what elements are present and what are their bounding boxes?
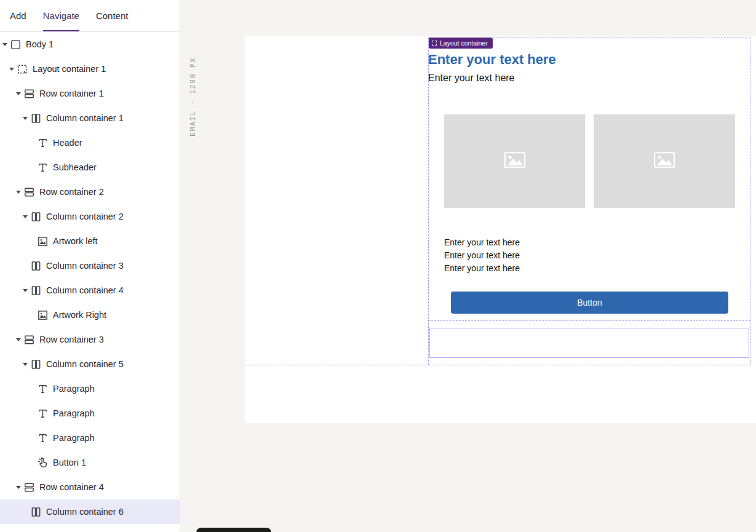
tree-item-row-container-3[interactable]: Row container 3 [0, 327, 180, 352]
tree-item-row-container-1[interactable]: Row container 1 [0, 81, 180, 106]
tree-item-artwork-left[interactable]: Artwork left [0, 229, 180, 253]
caret-down-icon[interactable] [20, 212, 30, 221]
caret-placeholder [20, 507, 30, 517]
tab-content[interactable]: Content [96, 0, 129, 31]
tree-item-column-container-2[interactable]: Column container 2 [0, 204, 180, 229]
row-icon [23, 88, 35, 100]
tree-item-paragraph[interactable]: Paragraph [0, 401, 180, 426]
tab-navigate[interactable]: Navigate [43, 0, 79, 31]
tree-item-label: Column container 6 [46, 507, 124, 517]
tree-item-column-container-5[interactable]: Column container 5 [0, 352, 180, 376]
tree-item-row-container-4[interactable]: Row container 4 [0, 475, 180, 499]
text-icon [37, 408, 49, 419]
column-icon [30, 211, 42, 223]
tree-item-label: Row container 2 [39, 187, 104, 197]
tree-item-label: Row container 4 [39, 482, 104, 492]
caret-down-icon[interactable] [7, 64, 17, 74]
text-icon [37, 162, 49, 173]
tree-item-label: Paragraph [53, 433, 95, 443]
caret-down-icon[interactable] [14, 335, 23, 344]
caret-down-icon[interactable] [20, 359, 30, 369]
tree-item-label: Column container 2 [46, 212, 124, 221]
tree-item-label: Column container 1 [46, 113, 124, 123]
image-placeholder-right[interactable] [594, 114, 735, 208]
tree-item-body-1[interactable]: Body 1 [0, 32, 180, 57]
row-icon [23, 186, 35, 198]
tree-item-label: Subheader [53, 162, 97, 172]
caret-placeholder [27, 162, 37, 172]
row-icon [23, 482, 35, 493]
caret-placeholder [27, 138, 37, 148]
tab-add[interactable]: Add [10, 0, 26, 31]
layers-tree: Body 1Layout container 1Row container 1C… [0, 32, 180, 524]
editor-canvas: EMAIL · 1280 PX Layout container Enter y… [180, 0, 756, 532]
tree-item-paragraph[interactable]: Paragraph [0, 376, 180, 401]
caret-placeholder [27, 433, 37, 443]
caret-down-icon[interactable] [14, 89, 23, 98]
email-button[interactable]: Button [451, 292, 728, 314]
tree-item-label: Column container 4 [46, 285, 124, 295]
image-placeholder-left[interactable] [444, 114, 585, 208]
tree-item-column-container-1[interactable]: Column container 1 [0, 106, 180, 130]
text-icon [37, 383, 49, 395]
tree-item-column-container-6[interactable]: Column container 6 [0, 499, 180, 524]
tree-item-button-1[interactable]: Button 1 [0, 450, 180, 475]
caret-down-icon[interactable] [14, 482, 23, 492]
tree-item-layout-container-1[interactable]: Layout container 1 [0, 57, 180, 81]
button-icon [37, 457, 49, 469]
tree-item-paragraph[interactable]: Paragraph [0, 426, 180, 450]
caret-down-icon[interactable] [14, 187, 23, 197]
row-container-dashed-border [428, 320, 750, 321]
tree-item-label: Paragraph [53, 384, 95, 394]
tree-item-label: Row container 3 [39, 335, 104, 344]
tree-item-column-container-4[interactable]: Column container 4 [0, 278, 180, 303]
dark-toast-partial [196, 528, 271, 532]
tree-item-column-container-3[interactable]: Column container 3 [0, 253, 180, 278]
caret-down-icon[interactable] [20, 113, 30, 123]
column-icon [30, 260, 42, 272]
column-icon [30, 113, 42, 124]
email-header-text[interactable]: Enter your text here [428, 52, 748, 68]
layout-container-bottom-border [245, 365, 750, 365]
tree-item-label: Column container 5 [46, 359, 124, 369]
layout-container-badge-label: Layout container [440, 39, 488, 47]
tree-item-label: Artwork left [53, 236, 98, 246]
email-paragraph-block[interactable]: Enter your text hereEnter your text here… [444, 236, 520, 275]
text-icon [37, 432, 49, 444]
caret-down-icon[interactable] [20, 285, 30, 295]
caret-placeholder [27, 236, 37, 246]
row-icon [23, 334, 35, 346]
caret-placeholder [27, 458, 37, 467]
caret-placeholder [20, 261, 30, 271]
selected-empty-column-outline[interactable] [429, 328, 749, 358]
tree-item-label: Header [53, 138, 82, 148]
dashed-square-icon [432, 41, 437, 46]
paragraph-line[interactable]: Enter your text here [444, 249, 520, 262]
tree-item-row-container-2[interactable]: Row container 2 [0, 180, 180, 204]
column-icon [30, 285, 42, 296]
tree-item-label: Column container 3 [46, 261, 124, 271]
paragraph-line[interactable]: Enter your text here [444, 262, 520, 275]
tree-item-artwork-right[interactable]: Artwork Right [0, 303, 180, 327]
column-icon [30, 359, 42, 370]
tree-item-label: Artwork Right [53, 310, 106, 320]
paragraph-line[interactable]: Enter your text here [444, 236, 520, 249]
tree-item-header[interactable]: Header [0, 130, 180, 155]
tree-item-label: Layout container 1 [33, 64, 106, 74]
caret-placeholder [27, 310, 37, 320]
text-icon [37, 137, 49, 149]
layout-icon [17, 63, 28, 75]
tree-item-subheader[interactable]: Subheader [0, 155, 180, 180]
sidebar-tabs: AddNavigateContent [0, 0, 180, 32]
image-icon [37, 309, 49, 321]
caret-down-icon[interactable] [0, 39, 10, 49]
tree-item-label: Paragraph [53, 408, 95, 418]
email-width-ruler-label: EMAIL · 1280 PX [189, 44, 197, 137]
body-icon [10, 39, 22, 50]
layers-sidebar: AddNavigateContent Body 1Layout containe… [0, 0, 180, 532]
tree-item-label: Body 1 [26, 39, 54, 49]
image-icon [37, 236, 49, 247]
email-subheader-text[interactable]: Enter your text here [428, 73, 748, 84]
tree-item-label: Row container 1 [39, 89, 104, 98]
caret-placeholder [27, 384, 37, 394]
